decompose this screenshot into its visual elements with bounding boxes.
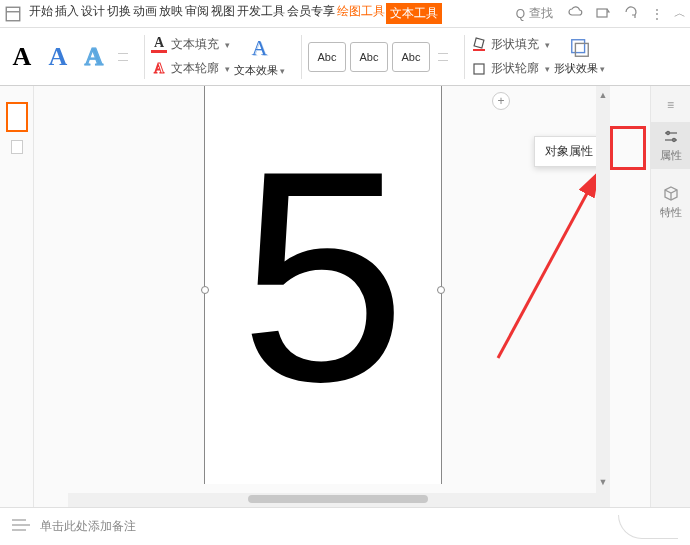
menu-member[interactable]: 会员专享: [286, 3, 336, 24]
wordart-style-1[interactable]: A: [6, 39, 38, 75]
panel-tab-properties-label: 属性: [660, 148, 682, 163]
svg-rect-2: [597, 9, 607, 17]
text-fill-label: 文本填充: [171, 36, 219, 53]
annotation-arrow: [488, 168, 608, 368]
vertical-scrollbar[interactable]: ▲ ▼: [596, 86, 610, 507]
shape-format-group: 形状填充 ▾ 形状轮廓 ▾ 形状效果▾: [471, 28, 615, 85]
svg-rect-0: [6, 7, 20, 21]
sliders-icon: [662, 128, 680, 146]
shape-fill-icon: [471, 37, 487, 53]
panel-tab-traits[interactable]: 特性: [660, 179, 682, 226]
menu-start[interactable]: 开始: [28, 3, 54, 24]
notes-decoration: [618, 515, 678, 539]
menu-transition[interactable]: 切换: [106, 3, 132, 24]
chevron-down-icon: ▾: [225, 64, 230, 74]
chevron-down-icon: ▾: [545, 40, 550, 50]
wordart-style-3[interactable]: A: [78, 39, 110, 75]
menu-drawing-tools[interactable]: 绘图工具: [336, 3, 386, 24]
notes-bar[interactable]: 单击此处添加备注: [0, 507, 690, 545]
chevron-down-icon: ▾: [600, 64, 605, 74]
text-fill-button[interactable]: A 文本填充 ▾: [151, 34, 230, 56]
right-side-panel: ≡ 属性 特性: [650, 86, 690, 507]
chevron-down-icon: ▾: [280, 66, 285, 76]
collapse-ribbon-icon[interactable]: ︿: [674, 5, 686, 22]
separator: [301, 35, 302, 79]
object-properties-tooltip: 对象属性: [534, 136, 604, 167]
shape-outline-button[interactable]: 形状轮廓 ▾: [471, 58, 550, 80]
text-outline-icon: A: [151, 61, 167, 77]
menu-slideshow[interactable]: 放映: [158, 3, 184, 24]
selection-handle-left[interactable]: [201, 286, 209, 294]
text-fill-icon: A: [151, 37, 167, 53]
panel-tab-traits-label: 特性: [660, 205, 682, 220]
scrollbar-thumb[interactable]: [248, 495, 428, 503]
shape-fill-button[interactable]: 形状填充 ▾: [471, 34, 550, 56]
menu-items: 开始 插入 设计 切换 动画 放映 审阅 视图 开发工具 会员专享 绘图工具 文…: [28, 3, 442, 24]
shape-effect-label: 形状效果: [554, 62, 598, 74]
text-format-group: A 文本填充 ▾ A 文本轮廓 ▾ A 文本效果▾: [151, 28, 295, 85]
wordart-style-2[interactable]: A: [42, 39, 74, 75]
menu-view[interactable]: 视图: [210, 3, 236, 24]
menu-animation[interactable]: 动画: [132, 3, 158, 24]
cloud-icon[interactable]: [567, 4, 583, 23]
share-icon[interactable]: [595, 4, 611, 23]
shape-outline-label: 形状轮廓: [491, 60, 539, 77]
chevron-down-icon: ▾: [225, 40, 230, 50]
search-label: 查找: [529, 5, 553, 22]
notes-placeholder: 单击此处添加备注: [40, 518, 136, 535]
shape-style-3[interactable]: Abc: [392, 42, 430, 72]
add-section-button[interactable]: +: [492, 92, 510, 110]
svg-line-8: [498, 173, 598, 358]
notes-icon: [12, 518, 30, 536]
shape-effect-icon: [569, 37, 591, 59]
search-prefix: Q: [516, 7, 525, 21]
menu-bar: 开始 插入 设计 切换 动画 放映 审阅 视图 开发工具 会员专享 绘图工具 文…: [0, 0, 690, 28]
menu-review[interactable]: 审阅: [184, 3, 210, 24]
slide[interactable]: 5: [204, 86, 442, 484]
menu-text-tools[interactable]: 文本工具: [386, 3, 442, 24]
text-outline-label: 文本轮廓: [171, 60, 219, 77]
annotation-highlight-box: [610, 126, 646, 170]
scroll-up-icon[interactable]: ▲: [598, 90, 608, 100]
app-menu-icon[interactable]: [4, 5, 22, 23]
menu-insert[interactable]: 插入: [54, 3, 80, 24]
canvas-area[interactable]: 5 + 对象属性 ▲ ▼: [34, 86, 650, 507]
titlebar-right-icons: ⋮ ︿: [567, 4, 686, 23]
shape-gallery-scroll[interactable]: [438, 53, 448, 61]
text-effect-icon: A: [252, 35, 268, 61]
shape-outline-icon: [471, 61, 487, 77]
text-outline-button[interactable]: A 文本轮廓 ▾: [151, 58, 230, 80]
svg-rect-5: [474, 64, 484, 74]
wordart-gallery-scroll[interactable]: [118, 53, 128, 61]
panel-hamburger-icon[interactable]: ≡: [667, 98, 674, 112]
more-icon[interactable]: ⋮: [651, 7, 662, 21]
chevron-down-icon: ▾: [545, 64, 550, 74]
scroll-down-icon[interactable]: ▼: [598, 477, 608, 487]
refresh-icon[interactable]: [623, 4, 639, 23]
slide-thumbnail-1[interactable]: [6, 102, 28, 132]
svg-rect-6: [571, 40, 584, 53]
shape-styles-group: Abc Abc Abc: [308, 28, 458, 85]
shape-effect-button[interactable]: 形状效果▾: [554, 37, 605, 76]
text-effect-button[interactable]: A 文本效果▾: [234, 35, 285, 78]
shape-style-2[interactable]: Abc: [350, 42, 388, 72]
selection-handle-right[interactable]: [437, 286, 445, 294]
menu-design[interactable]: 设计: [80, 3, 106, 24]
slide-thumbnails-panel: [0, 86, 34, 507]
separator: [464, 35, 465, 79]
svg-rect-3: [474, 38, 484, 48]
horizontal-scrollbar[interactable]: [68, 493, 596, 507]
slide-thumbnail-2[interactable]: [11, 140, 23, 154]
workspace: 5 + 对象属性 ▲ ▼ ≡ 属性 特性: [0, 86, 690, 507]
separator: [144, 35, 145, 79]
search-box[interactable]: Q 查找: [516, 5, 553, 22]
cube-icon: [662, 185, 680, 203]
shape-fill-label: 形状填充: [491, 36, 539, 53]
wordart-styles-group: A A A: [6, 28, 138, 85]
menu-devtools[interactable]: 开发工具: [236, 3, 286, 24]
panel-tab-properties[interactable]: 属性: [651, 122, 690, 169]
text-effect-label: 文本效果: [234, 63, 278, 78]
shape-style-1[interactable]: Abc: [308, 42, 346, 72]
slide-text-content[interactable]: 5: [240, 126, 407, 426]
svg-rect-7: [575, 43, 588, 56]
